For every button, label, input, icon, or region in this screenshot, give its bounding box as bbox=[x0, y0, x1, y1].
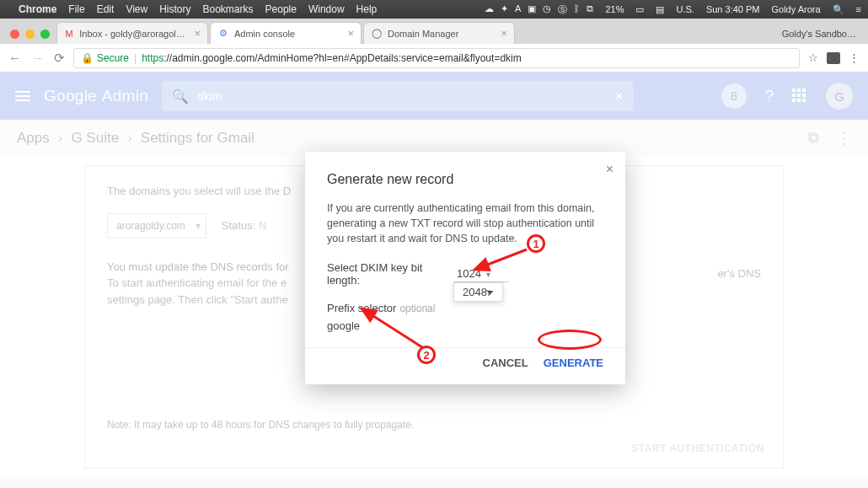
flag-icon: ▤ bbox=[656, 4, 664, 15]
menubar-app[interactable]: Chrome bbox=[19, 3, 56, 15]
secure-badge: 🔒 Secure bbox=[81, 52, 129, 64]
cloud-icon: ☁ bbox=[485, 3, 494, 16]
dialog-body: If you are currently authenticating emai… bbox=[327, 201, 603, 246]
extension-icon[interactable] bbox=[827, 52, 840, 64]
reload-icon[interactable]: ⟳ bbox=[54, 51, 65, 66]
menubar-history[interactable]: History bbox=[159, 3, 190, 15]
logo-right: Admin bbox=[102, 87, 148, 105]
tab-title: Inbox - goldy@aroragoldy.com bbox=[79, 29, 189, 39]
tab-title: Domain Manager bbox=[388, 29, 458, 39]
menubar-help[interactable]: Help bbox=[356, 3, 378, 15]
bit-length-label: Select DKIM key bit length: bbox=[327, 261, 453, 287]
prefix-optional: optional bbox=[399, 303, 435, 314]
menu-list-icon[interactable]: ≡ bbox=[856, 4, 861, 14]
dialog-title: Generate new record bbox=[327, 172, 603, 187]
admin-search-input[interactable] bbox=[197, 89, 606, 103]
bit-length-option-2048[interactable]: 2048➤ bbox=[453, 282, 503, 302]
macos-menubar: Chrome File Edit View History Bookmarks … bbox=[0, 0, 868, 19]
minimize-window-icon[interactable] bbox=[25, 29, 35, 39]
google-admin-logo[interactable]: Google Admin bbox=[44, 87, 148, 105]
clock-icon: ◷ bbox=[543, 3, 551, 16]
menubar-edit[interactable]: Edit bbox=[97, 3, 115, 15]
admin-search[interactable]: 🔍 × bbox=[162, 81, 634, 111]
url-input[interactable]: 🔒 Secure | https://admin.google.com/Admi… bbox=[73, 48, 800, 68]
close-tab-icon[interactable]: × bbox=[347, 27, 354, 40]
breadcrumb-settings[interactable]: Settings for Gmail bbox=[141, 130, 255, 147]
bluetooth-icon: ᛒ bbox=[574, 3, 580, 16]
tab-title: Admin console bbox=[234, 29, 295, 39]
close-tab-icon[interactable]: × bbox=[501, 27, 507, 40]
breadcrumb-apps[interactable]: Apps bbox=[17, 130, 50, 147]
prefix-value[interactable]: google bbox=[327, 319, 603, 332]
search-icon: 🔍 bbox=[172, 88, 189, 105]
logo-left: Google bbox=[44, 87, 97, 105]
close-dialog-icon[interactable]: × bbox=[606, 162, 613, 177]
bit-length-select[interactable]: 1024 bbox=[453, 265, 509, 282]
status-label: Status: N bbox=[222, 217, 266, 234]
menubar-bookmarks[interactable]: Bookmarks bbox=[203, 3, 254, 15]
tab-admin-console[interactable]: ⚙ Admin console × bbox=[210, 22, 362, 44]
account-avatar[interactable]: G bbox=[826, 83, 853, 110]
wifi-icon: ⧉ bbox=[587, 3, 593, 16]
input-source: U.S. bbox=[676, 4, 694, 14]
close-tab-icon[interactable]: × bbox=[194, 27, 201, 40]
chevron-icon: › bbox=[58, 130, 63, 147]
help-icon[interactable]: ? bbox=[765, 88, 774, 105]
menubar-file[interactable]: File bbox=[68, 3, 84, 15]
display-icon: ▣ bbox=[528, 3, 536, 16]
page-icon: ◯ bbox=[371, 28, 383, 40]
secure-label: Secure bbox=[97, 52, 129, 64]
tab-inbox[interactable]: M Inbox - goldy@aroragoldy.com × bbox=[56, 22, 208, 44]
battery-percent: 21% bbox=[605, 4, 624, 14]
google-admin-header: Google Admin 🔍 × 8 ? G bbox=[0, 72, 868, 120]
menubar-user[interactable]: Goldy Arora bbox=[771, 4, 820, 14]
cancel-button[interactable]: CANCEL bbox=[483, 357, 528, 369]
propagation-note: Note: It may take up to 48 hours for DNS… bbox=[107, 417, 761, 432]
chrome-menu-icon[interactable]: ⋮ bbox=[849, 51, 860, 64]
dns-tail: er's DNS bbox=[717, 265, 761, 282]
spotlight-icon[interactable]: 🔍 bbox=[833, 4, 844, 15]
close-window-icon[interactable] bbox=[10, 29, 19, 39]
star-icon[interactable]: ☆ bbox=[808, 51, 818, 64]
chrome-address-bar: ← → ⟳ 🔒 Secure | https://admin.google.co… bbox=[0, 44, 868, 72]
maximize-window-icon[interactable] bbox=[40, 29, 50, 39]
forward-icon[interactable]: → bbox=[31, 51, 44, 66]
app-icon-a: A bbox=[515, 3, 521, 16]
menubar-window[interactable]: Window bbox=[308, 3, 345, 15]
skype-icon: Ⓢ bbox=[558, 3, 567, 16]
url-text: https://admin.google.com/AdminHome?hl=en… bbox=[142, 52, 522, 64]
bookmarks-bar-item[interactable]: Goldy's Sandbo… bbox=[770, 29, 868, 44]
clear-search-icon[interactable]: × bbox=[615, 88, 624, 105]
google-apps-icon[interactable] bbox=[792, 88, 807, 104]
admin-icon: ⚙ bbox=[217, 28, 229, 40]
chevron-icon: › bbox=[127, 130, 132, 147]
lock-icon: 🔒 bbox=[81, 52, 94, 64]
notification-icon[interactable]: 8 bbox=[721, 83, 747, 109]
menubar-people[interactable]: People bbox=[265, 3, 297, 15]
generate-button[interactable]: GENERATE bbox=[544, 357, 603, 369]
back-icon[interactable]: ← bbox=[8, 51, 21, 66]
more-menu-icon[interactable]: ⋮ bbox=[836, 129, 851, 147]
tab-domain-manager[interactable]: ◯ Domain Manager × bbox=[363, 22, 515, 44]
gmail-icon: M bbox=[64, 28, 74, 40]
domain-select[interactable]: aroragoldy.com bbox=[107, 213, 206, 239]
battery-icon: ▭ bbox=[635, 4, 644, 15]
prefix-label: Prefix selector bbox=[327, 302, 396, 314]
clock-text: Sun 3:40 PM bbox=[706, 4, 760, 14]
chrome-tabstrip: M Inbox - goldy@aroragoldy.com × ⚙ Admin… bbox=[0, 19, 868, 44]
menubar-view[interactable]: View bbox=[126, 3, 147, 15]
hamburger-menu-icon[interactable] bbox=[15, 88, 30, 104]
leaf-icon: ✦ bbox=[501, 3, 508, 16]
start-authentication-button[interactable]: START AUTHENTICATION bbox=[631, 441, 764, 456]
generate-record-dialog: × Generate new record If you are current… bbox=[305, 152, 625, 384]
window-controls[interactable] bbox=[7, 29, 56, 44]
menubar-status-icons: ☁ ✦ A ▣ ◷ Ⓢ ᛒ ⧉ bbox=[485, 3, 593, 16]
breadcrumb-gsuite[interactable]: G Suite bbox=[71, 130, 119, 147]
open-new-icon[interactable]: ⧉ bbox=[808, 129, 819, 147]
